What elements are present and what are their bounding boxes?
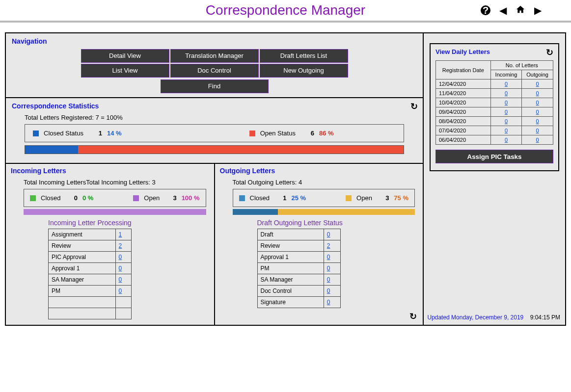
daily-incoming-link[interactable]: 0: [505, 109, 508, 115]
main-grid: Navigation Detail View Translation Manag…: [5, 32, 566, 326]
daily-date: 09/04/2020: [436, 107, 491, 117]
daily-outgoing-link[interactable]: 0: [536, 137, 539, 143]
table-row-empty: [49, 297, 132, 308]
refresh-icon[interactable]: ↻: [409, 311, 417, 322]
translation-manager-button[interactable]: Translation Manager: [170, 49, 259, 63]
proc-count-link[interactable]: 0: [119, 254, 122, 261]
outgoing-total-label: Total Outgoing Letters: 4: [233, 179, 420, 186]
daily-incoming-link[interactable]: 0: [505, 137, 508, 143]
closed-bar-segment: [25, 146, 78, 154]
refresh-icon[interactable]: ↻: [546, 47, 553, 58]
right-column: ↻ View Daily Letters Registration Date N…: [423, 33, 566, 325]
table-row: SA Manager0: [257, 274, 340, 286]
open-swatch-icon: [346, 195, 352, 201]
proc-label: Assignment: [49, 229, 116, 240]
outgoing-closed-bar-segment: [233, 209, 278, 215]
daily-outgoing-link[interactable]: 0: [536, 90, 539, 96]
proc-count-link[interactable]: 0: [327, 299, 330, 306]
daily-incoming-link[interactable]: 0: [505, 81, 508, 87]
daily-row: 09/04/202000: [436, 107, 553, 117]
incoming-closed-count: 0: [74, 194, 78, 202]
daily-incoming-link[interactable]: 0: [505, 128, 508, 133]
proc-count-link[interactable]: 0: [327, 276, 330, 283]
daily-outgoing-link[interactable]: 0: [536, 109, 539, 115]
help-icon[interactable]: ?: [481, 5, 490, 15]
incoming-open-count: 3: [173, 194, 176, 202]
home-icon[interactable]: [516, 5, 525, 16]
daily-incoming-link[interactable]: 0: [505, 90, 508, 96]
incoming-open-bar-segment: [24, 209, 206, 215]
incoming-closed-label: Closed: [41, 194, 60, 202]
refresh-icon[interactable]: ↻: [410, 101, 418, 112]
table-row: Review2: [49, 240, 132, 252]
incoming-closed-item: Closed 0 0 %: [30, 194, 93, 202]
incoming-letters-panel: Incoming Letters Total Incoming LettersT…: [5, 163, 215, 325]
daily-date: 08/04/2020: [436, 117, 491, 126]
col-registration-date: Registration Date: [436, 61, 491, 79]
outgoing-open-bar-segment: [278, 209, 415, 215]
open-swatch-icon: [133, 195, 139, 201]
open-status-item: Open Status 6 86 %: [249, 130, 334, 137]
incoming-open-item: Open 3 100 %: [133, 194, 199, 202]
proc-count-link[interactable]: 0: [327, 287, 330, 294]
proc-label: Review: [257, 240, 324, 252]
back-icon[interactable]: ◀: [499, 4, 507, 16]
proc-label: PIC Approval: [49, 252, 116, 263]
table-row: PM0: [49, 286, 132, 297]
proc-count-link[interactable]: 0: [327, 254, 330, 261]
proc-label: PM: [49, 286, 116, 297]
daily-row: 10/04/202000: [436, 98, 553, 107]
proc-label: PM: [257, 263, 324, 274]
daily-outgoing-link[interactable]: 0: [536, 128, 539, 133]
proc-count-link[interactable]: 2: [119, 242, 122, 249]
table-row-empty: [49, 308, 132, 319]
list-view-button[interactable]: List View: [81, 64, 169, 78]
outgoing-closed-item: Closed 1 25 %: [239, 194, 306, 202]
detail-view-button[interactable]: Detail View: [81, 49, 169, 63]
proc-count-link[interactable]: 2: [327, 242, 330, 249]
incoming-open-percent: 100 %: [182, 194, 200, 202]
closed-count: 1: [99, 130, 102, 137]
outgoing-title: Outgoing Letters: [220, 167, 420, 175]
letters-row: Incoming Letters Total Incoming LettersT…: [5, 163, 423, 325]
daily-outgoing-link[interactable]: 0: [536, 100, 539, 105]
incoming-title: Incoming Letters: [11, 167, 211, 175]
forward-icon[interactable]: ▶: [534, 4, 542, 16]
incoming-bar: [24, 209, 206, 215]
proc-label: Signature: [257, 297, 324, 308]
daily-outgoing-link[interactable]: 0: [536, 81, 539, 87]
table-row: Approval 10: [49, 263, 132, 274]
outgoing-letters-panel: ↻ Outgoing Letters Total Outgoing Letter…: [215, 163, 424, 325]
statistics-legend: Closed Status 1 14 % Open Status 6 86 %: [25, 124, 404, 142]
proc-count-link[interactable]: 0: [327, 265, 330, 272]
daily-row: 08/04/202000: [436, 117, 553, 126]
proc-count-link[interactable]: 0: [119, 287, 122, 294]
open-swatch-icon: [249, 131, 255, 136]
outgoing-processing-title: Draft Outgoing Letter Status: [257, 219, 420, 227]
proc-label: SA Manager: [257, 274, 324, 286]
assign-pic-tasks-button[interactable]: Assign PIC Tasks: [435, 150, 553, 163]
open-percent: 86 %: [319, 130, 334, 137]
daily-incoming-link[interactable]: 0: [505, 118, 508, 124]
find-button[interactable]: Find: [161, 79, 269, 93]
proc-count-link[interactable]: 1: [119, 231, 122, 238]
daily-outgoing-link[interactable]: 0: [536, 118, 539, 124]
incoming-closed-percent: 0 %: [82, 194, 93, 202]
proc-label: Draft: [257, 229, 324, 240]
new-outgoing-button[interactable]: New Outgoing: [260, 64, 348, 78]
table-row: PIC Approval0: [49, 252, 132, 263]
outgoing-legend: Closed 1 25 % Open 3 75 %: [233, 189, 415, 207]
daily-row: 11/04/202000: [436, 89, 553, 98]
table-row: Assignment1: [49, 229, 132, 240]
daily-incoming-link[interactable]: 0: [505, 100, 508, 105]
navigation-title: Navigation: [12, 37, 419, 45]
proc-count-link[interactable]: 0: [119, 276, 122, 283]
proc-count-link[interactable]: 0: [119, 265, 122, 272]
closed-percent: 14 %: [107, 130, 122, 137]
total-letters-label: Total Letters Registered: 7 = 100%: [25, 114, 419, 121]
closed-swatch-icon: [33, 131, 39, 136]
draft-letters-list-button[interactable]: Draft Letters List: [260, 49, 348, 63]
proc-count-link[interactable]: 0: [327, 231, 330, 238]
open-status-label: Open Status: [260, 130, 296, 137]
doc-control-button[interactable]: Doc Control: [170, 64, 259, 78]
